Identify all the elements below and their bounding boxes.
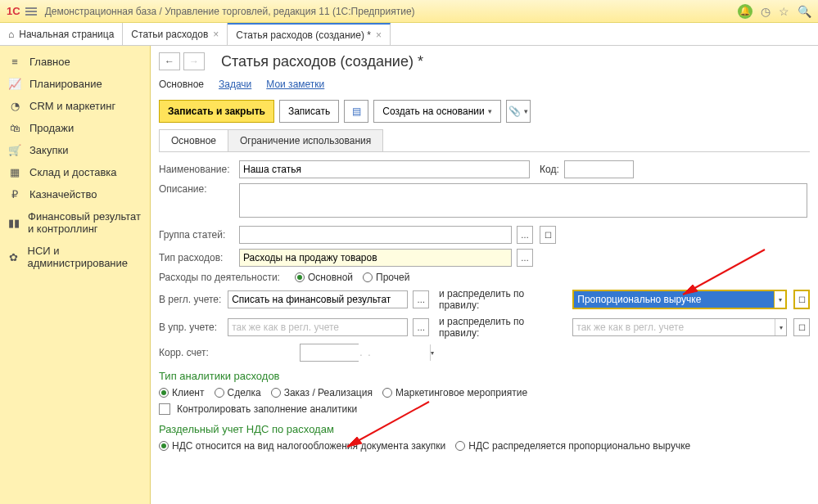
history-icon[interactable]: ◷ xyxy=(761,5,771,18)
regl-label: В регл. учете: xyxy=(159,294,223,305)
create-on-basis-button[interactable]: Создать на основании▾ xyxy=(373,100,501,123)
sidebar-item-main[interactable]: ≡Главное xyxy=(0,51,150,73)
upr-lookup-button[interactable]: … xyxy=(413,318,429,336)
type-label: Тип расходов: xyxy=(159,252,234,263)
group-open-button[interactable]: ☐ xyxy=(540,226,556,244)
grid-icon: ▦ xyxy=(8,166,21,178)
regl-input[interactable] xyxy=(228,290,408,308)
distribute-open-button[interactable]: ☐ xyxy=(793,290,810,309)
type-input[interactable] xyxy=(239,249,512,267)
gear-icon: ✿ xyxy=(8,251,20,263)
save-button[interactable]: Записать xyxy=(279,100,339,123)
sidebar-item-admin[interactable]: ✿НСИ и администрирование xyxy=(0,240,150,274)
tab-home-label: Начальная страница xyxy=(19,29,114,40)
desc-label: Описание: xyxy=(159,183,234,195)
star-icon[interactable]: ☆ xyxy=(779,5,789,18)
ruble-icon: ₽ xyxy=(8,188,21,200)
sidebar-item-warehouse[interactable]: ▦Склад и доставка xyxy=(0,161,150,183)
attach-button[interactable]: 📎▾ xyxy=(506,100,531,123)
search-icon[interactable]: 🔍 xyxy=(798,5,811,18)
sidebar-item-finresult[interactable]: ▮▮Финансовый результат и контроллинг xyxy=(0,205,150,240)
back-button[interactable]: ← xyxy=(159,52,180,70)
save-and-close-button[interactable]: Записать и закрыть xyxy=(159,100,274,123)
sidebar: ≡Главное 📈Планирование ◔CRM и маркетинг … xyxy=(0,46,151,504)
pie-icon: ◔ xyxy=(8,100,21,112)
nds-prop-radio[interactable]: НДС распределяется пропорционально выруч… xyxy=(455,440,690,452)
activity-main-radio[interactable]: Основной xyxy=(295,272,353,283)
group-input[interactable] xyxy=(239,226,512,244)
regl-lookup-button[interactable]: … xyxy=(413,290,429,308)
lines-icon: ≡ xyxy=(8,56,21,68)
group-lookup-button[interactable]: … xyxy=(517,226,533,244)
distribute-upr-field[interactable]: ▾ xyxy=(572,318,787,336)
nds-section-title: Раздельный учет НДС по расходам xyxy=(159,423,810,435)
link-tasks[interactable]: Задачи xyxy=(219,79,251,90)
sidebar-item-purchases[interactable]: 🛒Закупки xyxy=(0,139,150,161)
korr-field[interactable]: ▾ xyxy=(300,344,359,362)
link-notes[interactable]: Мои заметки xyxy=(266,79,324,90)
sidebar-item-treasury[interactable]: ₽Казначейство xyxy=(0,183,150,205)
list-button[interactable]: ▤ xyxy=(344,100,368,123)
analytics-section-title: Тип аналитики расходов xyxy=(159,370,810,382)
upr-label: В упр. учете: xyxy=(159,322,223,333)
chevron-down-icon[interactable]: ▾ xyxy=(430,344,434,361)
activity-other-radio[interactable]: Прочей xyxy=(363,272,409,283)
control-fill-label: Контролировать заполнение аналитики xyxy=(177,403,357,415)
burger-icon[interactable] xyxy=(25,7,37,16)
forward-button[interactable]: → xyxy=(183,52,205,70)
analytics-event-radio[interactable]: Маркетинговое мероприятие xyxy=(382,387,527,398)
sidebar-item-sales[interactable]: 🛍Продажи xyxy=(0,117,150,139)
tab-expenses-list[interactable]: Статьи расходов × xyxy=(123,23,228,45)
korr-input[interactable] xyxy=(301,344,430,361)
close-icon[interactable]: × xyxy=(376,29,382,41)
code-label: Код: xyxy=(540,164,559,175)
subtab-restrict[interactable]: Ограничение использования xyxy=(228,129,383,151)
bag-icon: 🛍 xyxy=(8,122,21,134)
distribute-rule-value: Пропорционально выручке xyxy=(574,291,774,308)
activity-label: Расходы по деятельности: xyxy=(159,272,290,283)
cart-icon: 🛒 xyxy=(8,144,21,156)
analytics-deal-radio[interactable]: Сделка xyxy=(215,387,261,398)
bell-icon[interactable]: 🔔 xyxy=(738,4,752,19)
bars-icon: ▮▮ xyxy=(8,217,20,229)
distribute-label: и распределить по правилу: xyxy=(439,288,564,311)
nds-doc-radio[interactable]: НДС относится на вид налогообложения док… xyxy=(159,440,445,452)
chevron-down-icon[interactable]: ▾ xyxy=(775,319,786,335)
link-main[interactable]: Основное xyxy=(159,79,204,90)
chart-icon: 📈 xyxy=(8,78,21,90)
home-icon: ⌂ xyxy=(8,29,14,40)
sidebar-item-planning[interactable]: 📈Планирование xyxy=(0,73,150,95)
tab-expense-create[interactable]: Статья расходов (создание) * × xyxy=(228,23,391,45)
close-icon[interactable]: × xyxy=(213,29,219,40)
name-input[interactable] xyxy=(239,160,530,178)
distribute-upr-open-button[interactable]: ☐ xyxy=(793,318,810,336)
chevron-down-icon[interactable]: ▾ xyxy=(774,291,785,308)
distribute-upr-label: и распределить по правилу: xyxy=(439,316,564,339)
app-title: Демонстрационная база / Управление торго… xyxy=(45,6,415,17)
analytics-order-radio[interactable]: Заказ / Реализация xyxy=(271,387,373,398)
desc-input[interactable] xyxy=(239,183,807,218)
type-lookup-button[interactable]: … xyxy=(517,249,533,267)
distribute-upr-input[interactable] xyxy=(573,319,775,335)
subtab-main[interactable]: Основное xyxy=(159,129,228,151)
distribute-rule-field[interactable]: Пропорционально выручке ▾ xyxy=(572,290,787,309)
page-title: Статья расходов (создание) * xyxy=(221,53,423,70)
tab-home[interactable]: ⌂ Начальная страница xyxy=(0,23,123,45)
app-logo: 1С xyxy=(7,5,20,17)
name-label: Наименование: xyxy=(159,164,234,175)
sidebar-item-crm[interactable]: ◔CRM и маркетинг xyxy=(0,95,150,117)
upr-input[interactable] xyxy=(228,318,408,336)
code-input[interactable] xyxy=(564,160,634,178)
korr-label: Корр. счет: xyxy=(159,347,224,358)
group-label: Группа статей: xyxy=(159,229,234,241)
control-fill-checkbox[interactable] xyxy=(159,403,170,415)
analytics-client-radio[interactable]: Клиент xyxy=(159,387,205,398)
